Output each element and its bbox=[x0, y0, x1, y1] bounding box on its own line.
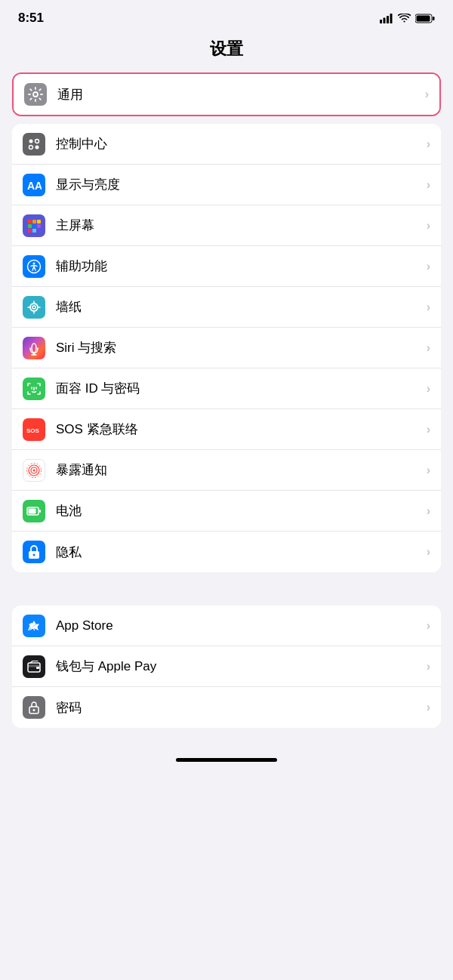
exposure-label: 暴露通知 bbox=[56, 461, 422, 479]
general-chevron: › bbox=[425, 88, 429, 101]
svg-rect-19 bbox=[28, 229, 32, 233]
svg-rect-5 bbox=[417, 15, 430, 21]
control-center-label: 控制中心 bbox=[56, 135, 422, 153]
homescreen-label: 主屏幕 bbox=[56, 217, 422, 234]
svg-point-10 bbox=[29, 145, 33, 149]
svg-rect-16 bbox=[28, 224, 32, 228]
svg-point-39 bbox=[33, 469, 35, 471]
faceid-icon bbox=[23, 378, 45, 400]
svg-rect-17 bbox=[32, 224, 36, 228]
sos-icon: SOS bbox=[23, 418, 45, 441]
signal-icon bbox=[380, 14, 393, 23]
battery-label: 电池 bbox=[56, 502, 422, 519]
settings-item-appstore[interactable]: A App Store › bbox=[12, 606, 441, 646]
privacy-icon bbox=[23, 541, 45, 563]
page-title: 设置 bbox=[0, 32, 453, 72]
svg-rect-3 bbox=[390, 14, 393, 23]
display-group: 控制中心 › AA 显示与亮度 › 主屏幕 › bbox=[12, 124, 441, 572]
wallet-label: 钱包与 Apple Pay bbox=[56, 658, 422, 675]
svg-rect-44 bbox=[29, 508, 36, 513]
siri-label: Siri 与搜索 bbox=[56, 339, 422, 356]
gap1 bbox=[0, 116, 453, 124]
appstore-icon: A bbox=[23, 615, 45, 637]
settings-item-homescreen[interactable]: 主屏幕 › bbox=[12, 205, 441, 246]
svg-rect-6 bbox=[433, 17, 435, 20]
accessibility-icon bbox=[23, 255, 45, 278]
svg-point-27 bbox=[32, 306, 35, 309]
general-label: 通用 bbox=[57, 86, 421, 103]
status-time: 8:51 bbox=[18, 11, 44, 26]
settings-item-siri[interactable]: Siri 与搜索 › bbox=[12, 328, 441, 368]
password-label: 密码 bbox=[56, 699, 422, 717]
svg-point-8 bbox=[29, 139, 33, 143]
settings-item-accessibility[interactable]: 辅助功能 › bbox=[12, 246, 441, 287]
wallpaper-icon bbox=[23, 296, 45, 319]
svg-text:A: A bbox=[28, 621, 35, 633]
settings-item-wallet[interactable]: 钱包与 Apple Pay › bbox=[12, 646, 441, 687]
svg-point-11 bbox=[35, 145, 39, 149]
svg-point-23 bbox=[33, 262, 35, 264]
control-center-icon bbox=[23, 133, 45, 156]
svg-rect-2 bbox=[387, 16, 389, 23]
siri-icon bbox=[23, 337, 45, 359]
svg-text:SOS: SOS bbox=[26, 427, 40, 434]
settings-item-faceid[interactable]: 面容 ID 与密码 › bbox=[12, 368, 441, 409]
homescreen-icon bbox=[23, 214, 45, 237]
svg-rect-1 bbox=[384, 17, 386, 23]
settings-item-general[interactable]: 通用 › bbox=[14, 74, 439, 115]
settings-item-control-center[interactable]: 控制中心 › bbox=[12, 124, 441, 165]
wifi-icon bbox=[398, 14, 411, 23]
accessibility-label: 辅助功能 bbox=[56, 257, 422, 275]
store-group: A App Store › 钱包与 Apple Pay › 密码 bbox=[12, 606, 441, 728]
sos-label: SOS 紧急联络 bbox=[56, 421, 422, 438]
home-indicator-container bbox=[0, 735, 453, 769]
settings-item-battery[interactable]: 电池 › bbox=[12, 491, 441, 532]
svg-text:AA: AA bbox=[27, 180, 42, 192]
svg-rect-18 bbox=[37, 224, 41, 228]
display-icon: AA bbox=[23, 174, 45, 196]
svg-rect-52 bbox=[36, 667, 39, 669]
settings-item-wallpaper[interactable]: 墙纸 › bbox=[12, 287, 441, 328]
svg-line-25 bbox=[34, 267, 35, 270]
svg-point-32 bbox=[32, 344, 36, 353]
password-icon bbox=[23, 696, 45, 719]
settings-item-password[interactable]: 密码 › bbox=[12, 687, 441, 728]
battery-settings-icon bbox=[23, 500, 45, 522]
svg-point-48 bbox=[33, 554, 35, 556]
svg-rect-13 bbox=[28, 220, 32, 223]
svg-rect-45 bbox=[39, 510, 41, 513]
gear-icon bbox=[24, 83, 47, 106]
status-bar: 8:51 bbox=[0, 0, 453, 32]
appstore-label: App Store bbox=[56, 618, 422, 633]
exposure-icon bbox=[23, 459, 45, 482]
general-group: 通用 › bbox=[12, 72, 441, 116]
svg-point-26 bbox=[30, 304, 38, 311]
battery-icon bbox=[415, 14, 435, 23]
svg-rect-14 bbox=[32, 220, 36, 223]
settings-item-exposure[interactable]: 暴露通知 › bbox=[12, 450, 441, 491]
section-gap bbox=[0, 580, 453, 606]
settings-item-display[interactable]: AA 显示与亮度 › bbox=[12, 165, 441, 205]
svg-rect-0 bbox=[380, 20, 382, 23]
svg-point-7 bbox=[33, 92, 38, 97]
svg-point-9 bbox=[35, 139, 39, 143]
privacy-label: 隐私 bbox=[56, 544, 422, 561]
svg-rect-21 bbox=[37, 229, 41, 233]
wallpaper-label: 墙纸 bbox=[56, 298, 422, 316]
home-indicator bbox=[176, 758, 277, 762]
settings-item-privacy[interactable]: 隐私 › bbox=[12, 532, 441, 572]
faceid-label: 面容 ID 与密码 bbox=[56, 380, 422, 397]
status-icons bbox=[380, 14, 435, 23]
settings-item-sos[interactable]: SOS SOS 紧急联络 › bbox=[12, 409, 441, 450]
svg-point-54 bbox=[33, 709, 35, 711]
svg-rect-20 bbox=[32, 229, 36, 233]
wallet-icon bbox=[23, 655, 45, 678]
svg-rect-15 bbox=[37, 220, 41, 223]
display-label: 显示与亮度 bbox=[56, 176, 422, 193]
